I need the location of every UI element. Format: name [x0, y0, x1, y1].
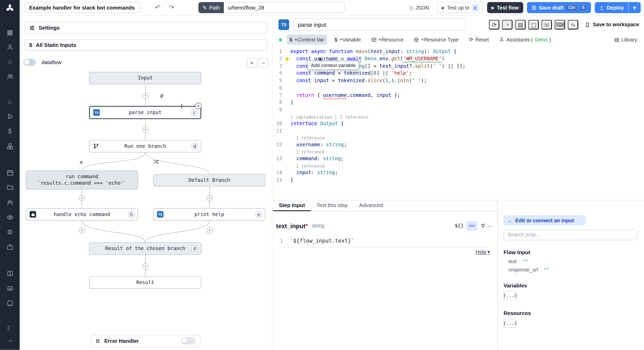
assistants-button[interactable]: Assistants (Deno) — [496, 35, 554, 45]
star-icon[interactable]: ☆ — [3, 56, 16, 68]
zoom-out-button[interactable]: − — [258, 58, 268, 68]
node-print-help[interactable]: TS print help e — [153, 208, 265, 220]
connect-input-button[interactable]: → — [480, 223, 492, 229]
apps-grid-icon[interactable]: ▦ — [3, 27, 16, 38]
error-handler-toggle[interactable] — [181, 337, 196, 345]
kbd-ctrl: Ctrl — [566, 4, 577, 11]
delete-step-icon[interactable]: ✕ — [195, 103, 202, 109]
windmill-logo-icon[interactable] — [5, 3, 15, 13]
workers-briefcase-icon[interactable] — [3, 241, 16, 253]
add-step-icon[interactable]: + — [142, 263, 149, 269]
deploy-label: Deploy — [607, 5, 624, 10]
audit-eye-icon[interactable] — [3, 211, 16, 223]
node-default-branch[interactable]: Default Branch — [153, 174, 265, 186]
reset-button[interactable]: ⟳ Reset — [466, 35, 492, 45]
node-run-command-branch[interactable]: run command `results.c.command === 'echo… — [26, 170, 138, 189]
user-icon[interactable] — [3, 41, 16, 53]
step-name-input[interactable]: parse input — [293, 19, 466, 31]
edit-or-connect-button[interactable]: ← Edit or connect an input — [504, 215, 586, 225]
prop-row-text[interactable]: text : "" — [509, 259, 638, 264]
error-handler-row[interactable]: Error Handler — [90, 335, 200, 347]
path-input[interactable]: u/henri/flow_28 — [224, 2, 345, 13]
static-inputs-button[interactable]: $ All Static Inputs — [25, 39, 267, 51]
json-button[interactable]: { } JSON — [405, 2, 434, 13]
code-line: 9 — [272, 106, 644, 114]
add-step-icon[interactable]: + — [142, 126, 149, 133]
runs-play-icon[interactable] — [3, 111, 16, 122]
save-draft-button[interactable]: Save draft Ctrl S — [527, 2, 591, 13]
theme-moon-icon[interactable]: ☾ — [3, 322, 16, 334]
node-handle-echo-command[interactable]: handle echo command h — [26, 208, 138, 220]
docs-icon[interactable]: ▤ — [515, 20, 526, 30]
path-button[interactable]: ✎ Path — [198, 2, 224, 13]
prop-row-response-url[interactable]: response_url : "" — [509, 267, 638, 272]
remove-branch-icon[interactable]: ✕ — [78, 159, 85, 166]
node-input[interactable]: Input — [89, 72, 201, 84]
flow-settings-button[interactable]: Settings — [25, 22, 267, 34]
library-button[interactable]: ▤ Library — [611, 35, 640, 45]
keyboard-icon[interactable]: ⌨ — [555, 20, 565, 30]
lightbulb-icon[interactable] — [285, 57, 289, 61]
template-var-button[interactable]: ${} — [455, 223, 464, 229]
deploy-button[interactable]: Deploy — [595, 2, 628, 13]
variables-dollar-icon[interactable]: $ — [3, 126, 16, 137]
move-step-icon[interactable] — [178, 103, 185, 109]
add-resource-type-button[interactable]: +Resource Type — [411, 35, 461, 45]
bolt-icon[interactable] — [158, 92, 165, 99]
test-flow-button[interactable]: ▶ Test flow — [487, 2, 523, 13]
schedules-calendar-icon[interactable] — [3, 167, 16, 178]
refresh-icon[interactable]: ⟳ — [489, 20, 499, 30]
step-config-section: Step Input Test this step Advanced text_… — [272, 200, 644, 350]
node-result[interactable]: Result — [89, 276, 201, 289]
deploy-options-button[interactable]: ▾ — [628, 2, 641, 13]
voicemail-icon[interactable]: ∿ — [568, 20, 578, 30]
add-step-icon[interactable]: + — [79, 227, 85, 234]
users-icon[interactable] — [3, 71, 16, 82]
test-up-to-button[interactable]: ▶ Test up to c — [437, 2, 483, 13]
undo-button[interactable]: ↶ — [152, 2, 163, 13]
home-icon[interactable]: ⌂ — [3, 96, 16, 107]
docs-book-icon[interactable] — [3, 268, 16, 279]
node-label: print help — [194, 211, 224, 217]
flow-title-input[interactable]: Example handler for slack bot commands — [25, 2, 141, 13]
resources-expand-button[interactable]: {...} — [504, 319, 517, 328]
search-prop-input[interactable] — [504, 229, 638, 240]
dataflow-toggle[interactable] — [23, 59, 36, 66]
folders-icon[interactable] — [3, 182, 16, 193]
zoom-in-button[interactable]: + — [247, 58, 257, 68]
redo-button[interactable]: ↷ — [166, 2, 177, 13]
variables-expand-button[interactable]: {...} — [504, 291, 517, 300]
discord-icon[interactable] — [3, 283, 16, 294]
node-run-one-branch[interactable]: Run one branch d — [89, 140, 201, 152]
add-context-var-button[interactable]: $ +Context Var — [287, 35, 327, 45]
add-step-icon[interactable]: + — [207, 227, 213, 234]
groups-icon[interactable] — [3, 197, 16, 208]
braces-icon: { } — [410, 5, 413, 10]
add-step-icon[interactable]: + — [142, 93, 149, 99]
window-icon[interactable]: ▢ — [528, 20, 539, 30]
reset-label: Reset — [475, 37, 489, 42]
settings-gear-icon[interactable]: ⚙ — [3, 226, 16, 238]
add-variable-button[interactable]: $ +Variable — [332, 35, 364, 45]
person-icon — [499, 37, 504, 42]
prop-sep: : — [540, 267, 542, 272]
add-step-icon[interactable]: + — [207, 195, 213, 201]
node-branch-result[interactable]: Result of the chosen branch d — [89, 242, 201, 255]
help-link[interactable]: Help ▾ — [476, 249, 490, 255]
resources-boxes-icon[interactable] — [3, 140, 16, 152]
code-mode-toggle[interactable]: <> — [467, 221, 477, 230]
tab-advanced[interactable]: Advanced — [353, 200, 389, 211]
github-icon[interactable] — [3, 297, 16, 309]
expand-sidebar-icon[interactable]: → — [3, 334, 16, 346]
phone-icon[interactable]: ☏ — [541, 20, 552, 30]
add-resource-button[interactable]: +Resource — [368, 35, 406, 45]
add-step-icon[interactable]: + — [79, 195, 85, 201]
tab-test-this-step[interactable]: Test this step — [311, 200, 353, 211]
input-expression-editor[interactable]: 1 `${flow_input.text}` — [272, 238, 492, 244]
tab-step-input[interactable]: Step Input — [273, 200, 311, 211]
gauge-icon[interactable]: ◔ — [502, 20, 513, 30]
branch-icon — [93, 143, 99, 149]
save-to-workspace-button[interactable]: Save to workspace — [581, 22, 640, 28]
swap-branches-icon[interactable] — [153, 158, 159, 165]
help-label: Help — [476, 249, 486, 255]
